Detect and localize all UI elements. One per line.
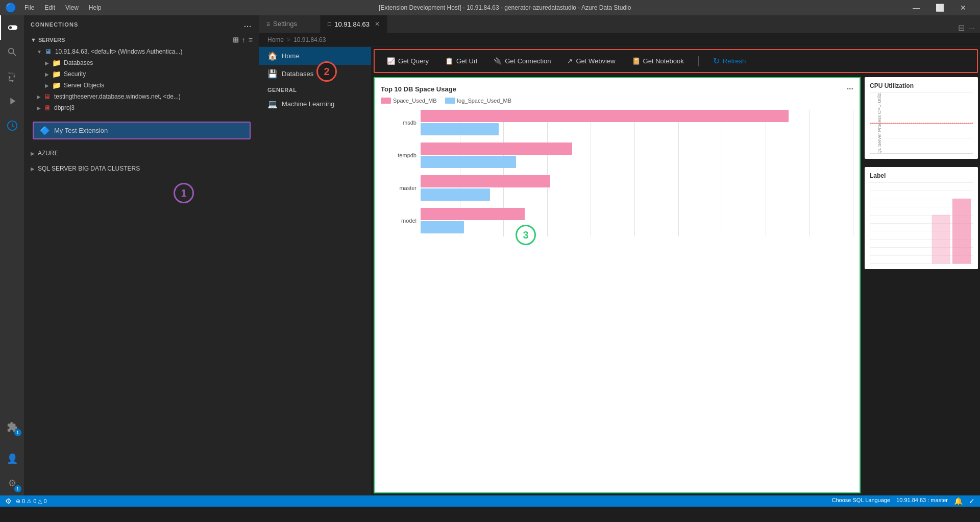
more-icon[interactable]: ≡ [249, 36, 253, 44]
side-charts: CPU Utilization 1.0 0.5 0 -0.5 -1.0 [863, 75, 980, 495]
menu-view[interactable]: View [61, 3, 83, 12]
app-logo: 🔵 [5, 2, 16, 13]
new-connection-icon[interactable]: ⊞ [233, 36, 239, 44]
status-remote-icon[interactable]: ⚙ [5, 497, 12, 505]
get-webview-button[interactable]: ↗ Get Webview [563, 55, 619, 67]
tab-settings[interactable]: ≡ Settings [259, 15, 321, 33]
annotation-circle-1: 1 [174, 183, 194, 203]
nav-ml-label: Machine Learning [282, 100, 334, 108]
circle-1-label: 1 [181, 187, 186, 199]
activity-settings[interactable]: ⚙ 1 [0, 471, 24, 495]
activity-connections[interactable] [0, 15, 24, 40]
activity-extensions[interactable]: 1 [0, 415, 24, 439]
status-language[interactable]: Choose SQL Language [832, 497, 891, 505]
cpu-chart-area: 1.0 0.5 0 -0.5 -1.0 [870, 92, 973, 154]
server3-row[interactable]: ▶ 🖥 dbproj3 [24, 102, 259, 113]
circle-3-label: 3 [523, 229, 528, 241]
general-section-label: General [259, 83, 371, 95]
cpu-chart: CPU Utilization 1.0 0.5 0 -0.5 -1.0 [865, 77, 978, 159]
get-url-button[interactable]: 📋 Get Url [441, 55, 481, 67]
bar-row-msdb: msdb [386, 110, 853, 135]
refresh-icon: ↻ [713, 56, 720, 66]
bar-row-model: model [386, 208, 853, 233]
menu-help[interactable]: Help [85, 3, 106, 12]
server1-row[interactable]: ▼ 🖥 10.91.84.63, <default> (Windows Auth… [24, 46, 259, 57]
add-connection-icon[interactable]: ↑ [242, 36, 246, 44]
nav-databases[interactable]: 💾 Databases [259, 65, 371, 83]
maximize-button[interactable]: ⬜ [928, 0, 951, 15]
get-notebook-label: Get Notebook [643, 57, 684, 65]
bar-label-model: model [386, 218, 416, 224]
chart-more-icon[interactable]: ··· [847, 84, 853, 93]
nav-machine-learning[interactable]: 💻 Machine Learning [259, 95, 371, 113]
label-chart: Label 2.0 1.8 1.6 1.4 1.2 1.0 0.8 [865, 167, 978, 269]
activity-account[interactable]: 👤 [0, 446, 24, 471]
svg-rect-2 [932, 215, 950, 264]
bars-model [421, 208, 853, 233]
servers-header[interactable]: ▼ SERVERS ⊞ ↑ ≡ [24, 34, 259, 46]
server-objects-label: Server Objects [64, 82, 104, 89]
menu-file[interactable]: File [20, 3, 38, 12]
annotation-circle-2: 2 [316, 61, 337, 82]
chevron-right-icon: ▶ [45, 72, 49, 77]
activity-search[interactable] [0, 40, 24, 64]
settings-badge: 1 [14, 485, 21, 492]
more-actions[interactable]: ... [243, 19, 253, 30]
annotation-circle-3: 3 [516, 225, 536, 245]
bar-label-master: master [386, 185, 416, 191]
svg-rect-1 [952, 199, 971, 264]
nav-home[interactable]: 🏠 Home [259, 47, 371, 65]
databases-row[interactable]: ▶ 📁 Databases [24, 57, 259, 68]
minimize-button[interactable]: — [904, 0, 928, 15]
get-connection-button[interactable]: 🔌 Get Connection [489, 55, 555, 67]
split-editor-icon[interactable]: ⊟ [958, 23, 965, 33]
my-test-extension-item[interactable]: 🔷 My Test Extension [33, 122, 251, 139]
legend-blue-label: log_Space_Used_MB [457, 98, 511, 104]
more-tab-actions[interactable]: ··· [969, 24, 975, 32]
legend-pink-label: Space_Used_MB [393, 98, 437, 104]
sql-big-data-header[interactable]: ▶ SQL SERVER BIG DATA CLUSTERS [31, 163, 253, 174]
settings-tab-icon: ≡ [266, 20, 270, 28]
status-notification[interactable]: 🔔 [954, 497, 963, 505]
label-chart-title: Label [870, 172, 973, 179]
get-query-button[interactable]: 📈 Get Query [383, 55, 433, 67]
breadcrumb-home[interactable]: Home [267, 36, 284, 43]
get-query-label: Get Query [398, 57, 429, 65]
security-row[interactable]: ▶ 📁 Security [24, 68, 259, 80]
top-db-chart: Top 10 DB Space Usage ··· Space_Used_MB [375, 78, 860, 243]
get-notebook-icon: 📔 [632, 57, 640, 65]
refresh-button[interactable]: ↻ Refresh [709, 54, 750, 68]
sql-big-data-section: ▶ SQL SERVER BIG DATA CLUSTERS [24, 161, 259, 176]
extension-label: My Test Extension [54, 127, 108, 134]
close-button[interactable]: ✕ [951, 0, 975, 15]
tab-server[interactable]: □ 10.91.84.63 ✕ [321, 15, 387, 33]
server-objects-row[interactable]: ▶ 📁 Server Objects [24, 80, 259, 91]
nav-databases-label: Databases [282, 70, 313, 78]
cpu-chart-title: CPU Utilization [870, 82, 973, 89]
status-bar: ⚙ ⊕ 0 ⚠ 0 △ 0 Choose SQL Language 10.91.… [0, 495, 980, 507]
bar-label-tempdb: tempdb [386, 152, 416, 158]
azure-header[interactable]: ▶ AZURE [31, 148, 253, 159]
chart-title-row: Top 10 DB Space Usage ··· [381, 84, 853, 93]
activity-run[interactable] [0, 89, 24, 113]
sidebar: CONNECTIONS ... ▼ SERVERS ⊞ ↑ ≡ [24, 15, 259, 495]
ml-icon: 💻 [267, 99, 278, 109]
status-server[interactable]: 10.91.84.63 : master [896, 497, 948, 505]
chevron-right-icon: ▶ [37, 105, 41, 111]
activity-tasks[interactable] [0, 113, 24, 138]
tab-close-icon[interactable]: ✕ [375, 20, 380, 28]
menu-edit[interactable]: Edit [40, 3, 59, 12]
get-notebook-button[interactable]: 📔 Get Notebook [628, 55, 688, 67]
server3-label: dbproj3 [54, 104, 75, 111]
breadcrumb-separator: > [287, 36, 290, 43]
server1-label: 10.91.84.63, <default> (Windows Authenti… [55, 48, 183, 55]
extension-icon: 🔷 [40, 126, 50, 135]
activity-source-control[interactable] [0, 64, 24, 89]
bar-label-msdb: msdb [386, 120, 416, 126]
get-connection-label: Get Connection [505, 57, 551, 65]
legend-pink: Space_Used_MB [381, 98, 437, 104]
folder-icon: 📁 [52, 81, 61, 89]
server2-row[interactable]: ▶ 🖥 testingtheserver.database.windows.ne… [24, 91, 259, 102]
window-title: [Extension Development Host] - 10.91.84.… [106, 4, 904, 11]
status-errors[interactable]: ⊕ 0 ⚠ 0 △ 0 [16, 498, 47, 505]
